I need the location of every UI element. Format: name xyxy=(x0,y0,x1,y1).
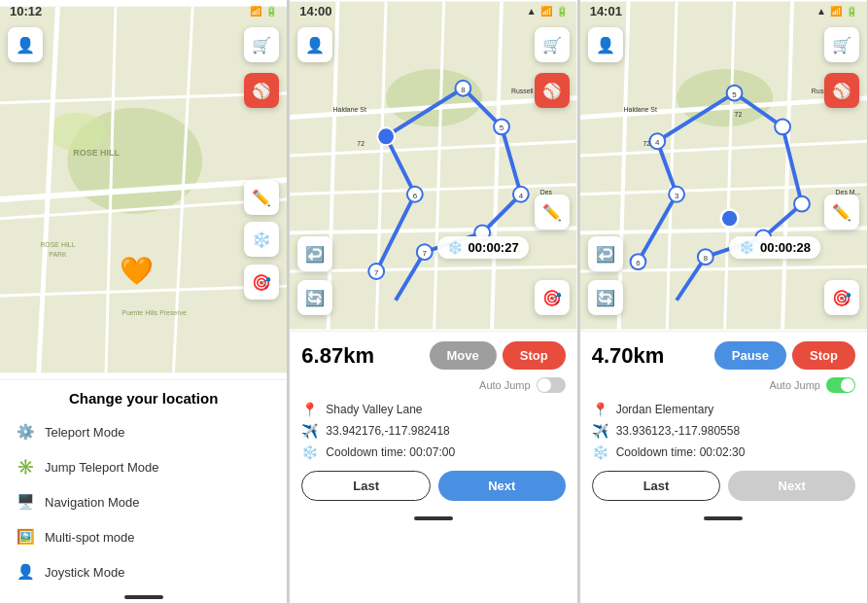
cooldown-value-3: Cooldown time: 00:02:30 xyxy=(616,445,746,459)
snowflake-icon-3: ❄️ xyxy=(739,240,754,255)
cart-button-2[interactable]: 🛒 xyxy=(535,27,570,62)
stop-button-2[interactable]: Stop xyxy=(503,341,566,370)
locate-button-2[interactable]: 🎯 xyxy=(535,280,570,315)
move-button-2[interactable]: Move xyxy=(430,341,497,370)
svg-text:7: 7 xyxy=(423,249,427,258)
timer-value-2: 00:00:27 xyxy=(469,240,519,255)
edit-button-3[interactable]: ✏️ xyxy=(824,195,859,230)
map-area-3: 6 3 4 5 8 Russell St Haldane St Des M...… xyxy=(580,0,867,331)
next-button-2[interactable]: Next xyxy=(438,471,566,501)
timer-badge-2: ❄️ 00:00:27 xyxy=(437,236,529,259)
svg-point-54 xyxy=(720,210,738,228)
menu-item-joystick[interactable]: 👤 Joystick Mode xyxy=(0,554,287,589)
joystick-icon: 👤 xyxy=(16,563,35,581)
wifi-icon-2: 📶 xyxy=(540,6,552,17)
menu-panel-1: Change your location ⚙️ Teleport Mode ✳️… xyxy=(0,379,287,603)
menu-item-navigation[interactable]: 🖥️ Navigation Mode xyxy=(0,484,287,519)
back-button-3[interactable]: ↩️ xyxy=(588,236,623,271)
button-group-3: Pause Stop xyxy=(714,341,855,370)
locate-button-3[interactable]: 🎯 xyxy=(824,280,859,315)
svg-text:4: 4 xyxy=(655,138,660,147)
auto-jump-row-2: Auto Jump xyxy=(301,377,565,393)
pin-icon-2: 📍 xyxy=(301,402,318,417)
panel-2: 7 6 8 5 4 7 Russell St Des Haldane St 72… xyxy=(290,0,577,603)
location-name-row-3: 📍 Jordan Elementary xyxy=(592,399,855,420)
status-bar-1: 10:12 📶 🔋 xyxy=(0,0,287,22)
coords-icon-2: ✈️ xyxy=(301,423,318,439)
teleport-icon: ⚙️ xyxy=(16,423,35,441)
last-button-3[interactable]: Last xyxy=(592,471,721,501)
map-area-2: 7 6 8 5 4 7 Russell St Des Haldane St 72… xyxy=(290,0,576,331)
location-icon-2: ▲ xyxy=(527,6,537,17)
battery-icon-1: 🔋 xyxy=(265,6,277,17)
battery-icon-3: 🔋 xyxy=(846,6,857,17)
status-icons-1: 📶 🔋 xyxy=(250,6,277,17)
snowflake-button-1[interactable]: ❄️ xyxy=(244,222,279,257)
svg-text:7: 7 xyxy=(374,268,378,277)
auto-jump-label-3: Auto Jump xyxy=(769,379,820,391)
cart-button-1[interactable]: 🛒 xyxy=(244,27,279,62)
svg-text:5: 5 xyxy=(732,90,737,99)
pokeball-button-2[interactable]: ⚾ xyxy=(535,73,570,108)
location-name-2: Shady Valley Lane xyxy=(326,403,422,416)
cart-button-3[interactable]: 🛒 xyxy=(824,27,859,62)
profile-button-2[interactable]: 👤 xyxy=(297,27,332,62)
pokeball-button-3[interactable]: ⚾ xyxy=(824,73,859,108)
auto-jump-label-2: Auto Jump xyxy=(479,379,531,391)
coords-row-3: ✈️ 33.936123,-117.980558 xyxy=(592,420,855,442)
svg-text:72: 72 xyxy=(734,111,742,118)
wifi-icon-1: 📶 xyxy=(250,6,261,17)
panel-1: ROSE HILL ROSE HILL PARK Puente Hills Pr… xyxy=(0,0,288,603)
bottom-panel-3: 4.70km Pause Stop Auto Jump 📍 Jordan Ele… xyxy=(580,331,867,511)
auto-jump-toggle-2[interactable] xyxy=(537,377,566,393)
svg-text:Puente Hills Preserve: Puente Hills Preserve xyxy=(122,309,187,316)
stop-button-3[interactable]: Stop xyxy=(792,341,855,370)
menu-item-jump[interactable]: ✳️ Jump Teleport Mode xyxy=(0,449,287,484)
coords-row-2: ✈️ 33.942176,-117.982418 xyxy=(301,420,565,442)
wifi-icon-3: 📶 xyxy=(830,6,842,17)
battery-icon-2: 🔋 xyxy=(556,6,568,17)
back-button-2[interactable]: ↩️ xyxy=(297,236,332,271)
cooldown-row-2: ❄️ Cooldown time: 00:07:00 xyxy=(301,442,565,463)
last-button-2[interactable]: Last xyxy=(301,471,431,501)
menu-item-teleport[interactable]: ⚙️ Teleport Mode xyxy=(0,414,287,449)
pokeball-button-1[interactable]: ⚾ xyxy=(244,73,279,108)
location-name-3: Jordan Elementary xyxy=(616,403,714,416)
location-pin-1: 🧡 xyxy=(120,255,154,287)
menu-label-navigation: Navigation Mode xyxy=(45,495,140,510)
refresh-button-2[interactable]: 🔄 xyxy=(297,280,332,315)
cooldown-value-2: Cooldown time: 00:07:00 xyxy=(326,445,455,459)
status-bar-2: 14:00 ▲ 📶 🔋 xyxy=(290,0,576,22)
action-row-3: 4.70km Pause Stop xyxy=(592,341,855,370)
jump-icon: ✳️ xyxy=(16,458,35,476)
target-button-1[interactable]: 🎯 xyxy=(244,265,279,300)
svg-point-64 xyxy=(794,196,810,212)
edit-button-2[interactable]: ✏️ xyxy=(535,195,570,230)
auto-jump-row-3: Auto Jump xyxy=(592,377,855,393)
menu-label-jump: Jump Teleport Mode xyxy=(45,460,159,475)
timer-value-3: 00:00:28 xyxy=(760,240,811,255)
svg-text:3: 3 xyxy=(675,192,679,200)
menu-item-multispot[interactable]: 🖼️ Multi-spot mode xyxy=(0,519,287,554)
profile-button-3[interactable]: 👤 xyxy=(588,27,623,62)
svg-text:8: 8 xyxy=(703,254,708,263)
time-2: 14:00 xyxy=(299,4,331,18)
profile-button-1[interactable]: 👤 xyxy=(8,27,43,62)
snowflake-icon-2: ❄️ xyxy=(447,240,463,255)
cooldown-icon-3: ❄️ xyxy=(592,444,608,460)
svg-text:72: 72 xyxy=(358,140,365,147)
svg-text:PARK: PARK xyxy=(49,251,67,258)
auto-jump-toggle-3[interactable] xyxy=(826,377,855,393)
home-indicator-1 xyxy=(124,595,163,599)
refresh-button-3[interactable]: 🔄 xyxy=(588,280,623,315)
pause-button-3[interactable]: Pause xyxy=(714,341,786,370)
menu-label-multispot: Multi-spot mode xyxy=(45,530,134,545)
svg-text:5: 5 xyxy=(500,124,504,132)
edit-button-1[interactable]: ✏️ xyxy=(244,180,279,215)
coords-value-2: 33.942176,-117.982418 xyxy=(326,424,449,438)
svg-text:8: 8 xyxy=(462,86,467,94)
panel-3: 6 3 4 5 8 Russell St Haldane St Des M...… xyxy=(580,0,868,603)
status-bar-3: 14:01 ▲ 📶 🔋 xyxy=(580,0,867,22)
home-indicator-3 xyxy=(704,516,743,520)
svg-text:ROSE HILL: ROSE HILL xyxy=(73,148,120,158)
